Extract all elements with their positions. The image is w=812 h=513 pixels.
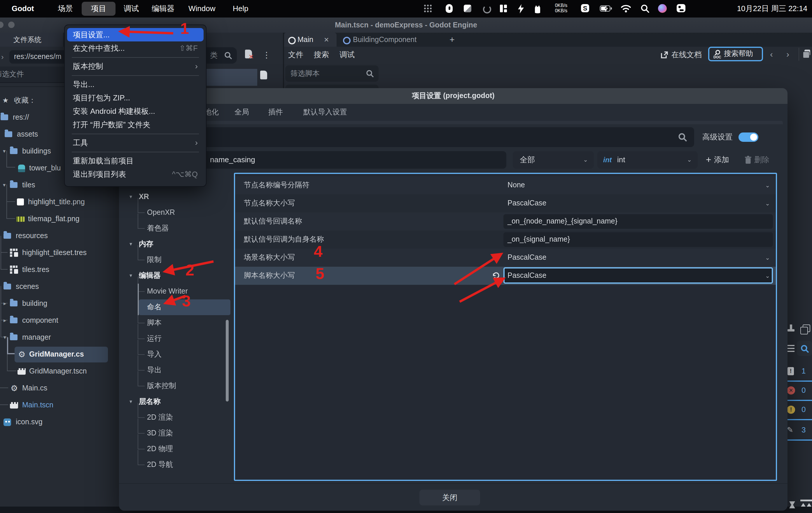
chevron-down-icon[interactable]: ▾: [129, 394, 132, 410]
bolt-icon[interactable]: [517, 4, 526, 13]
script-attached-icon[interactable]: [260, 70, 267, 79]
chevron-down-icon[interactable]: ▾: [3, 177, 5, 194]
script-panel-toggle-icon[interactable]: [803, 50, 811, 58]
kebab-menu-icon[interactable]: ⋮: [262, 49, 267, 61]
setting-row-default-signal-callback[interactable]: 默认信号回调名称 _on_{node_name}_{signal_name}: [235, 212, 776, 230]
menu-item-export[interactable]: 导出...: [67, 78, 204, 91]
control-center-icon[interactable]: [677, 4, 686, 13]
csharp-script-icon: ⚙: [18, 346, 25, 363]
sidebar-item-limits[interactable]: 限制: [125, 252, 230, 268]
script-menu-debug[interactable]: 调试: [340, 47, 355, 63]
count-row-todo[interactable]: ! 1: [784, 363, 812, 382]
chevron-down-icon[interactable]: ▾: [3, 329, 6, 346]
history-back-icon[interactable]: ‹: [770, 48, 778, 61]
external-link-icon: [660, 51, 668, 59]
revert-icon[interactable]: [492, 272, 500, 280]
chevron-down-icon[interactable]: ▾: [129, 268, 132, 284]
chevron-down-icon[interactable]: ▾: [3, 143, 5, 160]
setting-row-node-name-casing[interactable]: 节点名称大小写 PascalCase ⌄: [235, 194, 776, 212]
search-members-button[interactable]: [797, 341, 812, 356]
menubar-clock[interactable]: 10月22日 周三 22:14: [737, 0, 807, 18]
detach-script-icon[interactable]: ✕: [245, 50, 254, 60]
tab-filesystem[interactable]: 文件系统: [0, 33, 63, 47]
type-dropdown[interactable]: int int ⌄: [597, 151, 698, 169]
doc-alert-icon: !: [787, 367, 794, 375]
sidebar-item-2d-navigation[interactable]: 2D 导航: [125, 457, 230, 473]
scene-icon: [18, 368, 26, 375]
annotation-step-4: 4: [314, 244, 323, 260]
feature-filter-dropdown[interactable]: 全部 ⌄: [513, 151, 594, 169]
advanced-settings-toggle[interactable]: [738, 133, 758, 142]
menu-item-quit-to-project-list[interactable]: 退出到项目列表^⌥⌘Q: [67, 168, 204, 181]
menu-item-open-user-data-folder[interactable]: 打开 “用户数据” 文件夹: [67, 118, 204, 131]
chevron-down-icon[interactable]: ▾: [129, 189, 132, 205]
menu-item-find-in-files[interactable]: 在文件中查找...⇧⌘F: [67, 41, 204, 55]
tileset-icon: [10, 265, 18, 274]
star-icon: ★: [2, 92, 9, 109]
close-button[interactable]: 关闭: [419, 490, 480, 506]
warning-icon: !: [787, 406, 795, 414]
search-icon[interactable]: [640, 4, 650, 13]
plus-icon: +: [706, 151, 712, 169]
annotation-step-5: 5: [316, 266, 324, 282]
cat-app-icon[interactable]: [533, 4, 543, 13]
window-tiles-icon[interactable]: [499, 4, 509, 13]
app-menu-godot[interactable]: Godot: [12, 0, 34, 18]
menu-scene[interactable]: 场景: [58, 0, 73, 18]
menu-debug[interactable]: 调试: [124, 0, 139, 18]
menu-item-pack-zip[interactable]: 项目打包为 ZIP...: [67, 91, 204, 105]
menu-item-install-android-template[interactable]: 安装 Android 构建模板...: [67, 105, 204, 118]
fs-history-chevron-icon[interactable]: ›: [1, 50, 8, 64]
chevron-right-icon[interactable]: ▸: [3, 312, 6, 329]
siri-icon[interactable]: [658, 4, 667, 13]
sidebar-item-version-control[interactable]: 版本控制: [125, 378, 230, 394]
battery-icon[interactable]: [600, 5, 609, 15]
sidebar-item-movie-writer[interactable]: Movie Writer: [125, 284, 230, 300]
count-row-errors[interactable]: ✕ 0: [784, 382, 812, 401]
tab-import-defaults[interactable]: 默认导入设置: [303, 105, 347, 120]
scene-tab-main[interactable]: Main ✕: [284, 33, 337, 47]
scene-tab-buildingcomponent[interactable]: BuildingComponent: [339, 33, 442, 47]
sidebar-item-shaders[interactable]: 着色器: [125, 221, 230, 236]
menu-item-version-control[interactable]: 版本控制: [67, 59, 204, 73]
menu-window[interactable]: Window: [188, 0, 215, 18]
apps-grid-icon[interactable]: [424, 4, 433, 13]
add-scene-tab-button[interactable]: +: [447, 33, 457, 47]
expand-bottom-panel-icon[interactable]: [800, 500, 812, 510]
script-filter-input[interactable]: 筛选脚本: [285, 65, 379, 82]
chevron-down-icon[interactable]: ▾: [129, 236, 132, 252]
doc-search-icon: DOC: [713, 50, 722, 59]
chevron-down-icon: ⌄: [583, 151, 588, 169]
tab-plugins[interactable]: 插件: [268, 105, 283, 120]
s-app-icon[interactable]: S: [581, 4, 590, 13]
chevron-down-icon: ⌄: [765, 267, 770, 285]
chevron-down-icon: ⌄: [765, 194, 770, 212]
menu-editor[interactable]: 编辑器: [152, 0, 174, 18]
wifi-icon[interactable]: [621, 5, 630, 14]
script-menu-search[interactable]: 搜索: [314, 47, 329, 63]
copy-icon[interactable]: [800, 324, 810, 334]
chevron-right-icon[interactable]: ▸: [3, 295, 6, 312]
tab-globals[interactable]: 全局: [234, 105, 249, 120]
network-speed-indicator[interactable]: 0KB/s0KB/s: [549, 3, 573, 13]
sidebar-scrollbar[interactable]: [226, 320, 229, 401]
settings-search-input[interactable]: [125, 127, 694, 147]
close-icon[interactable]: ✕: [324, 33, 329, 47]
history-forward-icon[interactable]: ›: [786, 48, 794, 61]
search-help-button[interactable]: DOC 搜索帮助: [708, 47, 763, 61]
setting-row-node-name-num-separator[interactable]: 节点名称编号分隔符 None ⌄: [235, 176, 776, 194]
menu-item-reload-project[interactable]: 重新加载当前项目: [67, 154, 204, 168]
photos-icon[interactable]: [463, 4, 472, 13]
csharp-script-icon: ⚙: [10, 380, 18, 397]
dialog-title[interactable]: 项目设置 (project.godot): [119, 88, 787, 104]
menu-project-active[interactable]: 项目: [82, 2, 116, 16]
password-manager-icon[interactable]: [444, 4, 454, 13]
sync-spinner-icon[interactable]: [482, 4, 491, 13]
menu-help[interactable]: Help: [233, 0, 249, 18]
revert-icon[interactable]: [492, 253, 500, 261]
script-menu-file[interactable]: 文件: [288, 47, 303, 63]
count-row-warnings[interactable]: ! 0: [784, 401, 812, 420]
count-row-edits[interactable]: ✎ 3: [784, 422, 812, 440]
menu-item-tools[interactable]: 工具: [67, 136, 204, 149]
brush-icon[interactable]: [786, 324, 796, 334]
